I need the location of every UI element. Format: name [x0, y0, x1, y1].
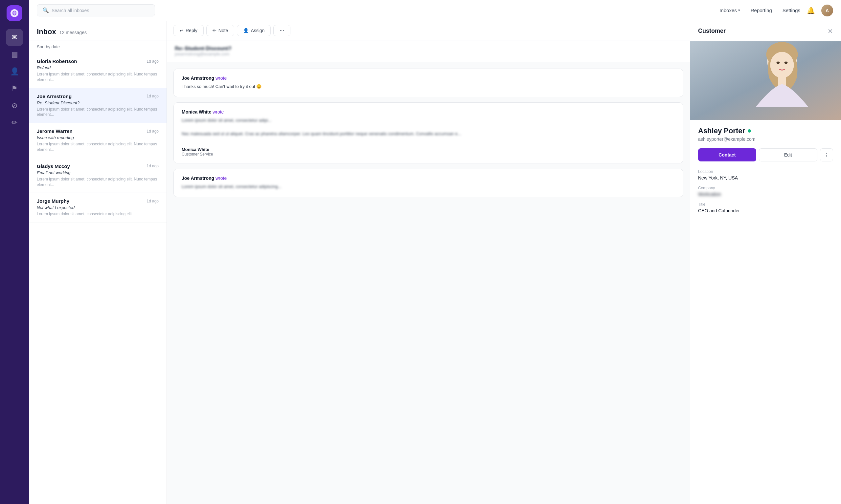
note-icon: ✏ [212, 28, 217, 33]
close-customer-panel-button[interactable]: ✕ [827, 28, 833, 34]
inbox-item-subject: Email not working [37, 170, 159, 175]
conversation-panel: ↩ Reply ✏ Note 👤 Assign ⋯ Re: Student Di… [167, 21, 690, 504]
inbox-item-time: 1d ago [147, 129, 159, 133]
notifications-icon[interactable]: 🔔 [806, 5, 816, 16]
location-label: Location [698, 169, 833, 174]
customer-panel-header: Customer ✕ [690, 21, 841, 41]
message-action: wrote [216, 176, 227, 181]
content-area: Inbox 12 messages Sort by date Gloria Ro… [29, 21, 841, 504]
sidebar-item-inbox[interactable]: ✉ [6, 29, 23, 46]
message-action: wrote [216, 75, 227, 81]
inbox-item-name: Jerome Warren [37, 128, 73, 134]
sidebar-nav: ✉▤👤⚑⊘✏ [6, 29, 23, 131]
customer-name-row: Ashley Porter [698, 127, 833, 135]
topnav-inboxes[interactable]: Inboxes ▾ [719, 7, 740, 13]
sidebar-item-contacts[interactable]: 👤 [6, 63, 23, 80]
inbox-item-time: 1d ago [147, 164, 159, 168]
chevron-down-icon: ▾ [738, 8, 740, 13]
svg-point-6 [777, 62, 780, 64]
signature-name: Monica White [182, 147, 675, 152]
customer-info: Ashley Porter ashleyporter@example.com C… [690, 120, 841, 225]
customer-photo [690, 41, 841, 120]
topnav-reporting[interactable]: Reporting [751, 7, 772, 13]
inbox-item-preview: Lorem ipsum dolor sit amet, consectetur … [37, 72, 159, 83]
inbox-list-item[interactable]: Jerome Warren 1d ago Issue with reportin… [29, 123, 167, 158]
inbox-item-preview: Lorem ipsum dolor sit amet, consectetur … [37, 107, 159, 118]
title-value: CEO and Cofounder [698, 208, 833, 213]
inbox-list-item[interactable]: Jorge Murphy 1d ago Not what I expected … [29, 193, 167, 222]
inbox-item-time: 1d ago [147, 199, 159, 203]
message-body: Lorem ipsum dolor sit amet, consectetur … [182, 117, 675, 138]
svg-point-7 [785, 62, 788, 64]
conversation-toolbar: ↩ Reply ✏ Note 👤 Assign ⋯ [167, 21, 690, 40]
inbox-item-name: Jorge Murphy [37, 198, 69, 204]
message-author: Joe Armstrong wrote [182, 176, 675, 181]
sidebar-item-flags[interactable]: ⚑ [6, 80, 23, 97]
customer-panel-title: Customer [698, 28, 726, 34]
app-logo[interactable] [6, 5, 22, 21]
assign-button[interactable]: 👤 Assign [237, 25, 271, 36]
inbox-item-name: Joe Armstrong [37, 93, 72, 99]
inbox-list-item[interactable]: Gladys Mccoy 1d ago Email not working Lo… [29, 158, 167, 193]
message-signature: Monica White Customer Service [182, 143, 675, 157]
sidebar-item-banned[interactable]: ⊘ [6, 97, 23, 114]
message-body: Thanks so much! Can't wait to try it out… [182, 83, 675, 90]
reply-button[interactable]: ↩ Reply [173, 25, 204, 36]
title-label: Title [698, 202, 833, 207]
inbox-item-subject: Issue with reporting [37, 135, 159, 140]
search-bar[interactable]: 🔍 Search all inboxes [37, 4, 155, 16]
inbox-item-preview: Lorem ipsum dolor sit amet, consectetur … [37, 177, 159, 188]
search-placeholder: Search all inboxes [52, 8, 89, 13]
ellipsis-icon: ⋮ [824, 152, 829, 158]
message-card: Joe Armstrong wrote Lorem ipsum dolor si… [173, 169, 683, 197]
customer-email: ashleyporter@example.com [698, 137, 833, 142]
customer-title-row: Title CEO and Cofounder [698, 202, 833, 213]
inbox-message-count: 12 messages [59, 30, 87, 35]
message-card: Joe Armstrong wrote Thanks so much! Can'… [173, 69, 683, 97]
customer-name: Ashley Porter [698, 127, 745, 135]
message-action: wrote [212, 109, 224, 114]
company-value: Workcation [698, 192, 833, 197]
topnav-settings[interactable]: Settings [783, 7, 800, 13]
inbox-item-time: 1d ago [147, 59, 159, 64]
contact-button[interactable]: Contact [698, 148, 756, 161]
email-subject: Re: Student Discount? [175, 46, 682, 52]
more-icon: ⋯ [279, 28, 284, 33]
more-actions-button[interactable]: ⋮ [820, 148, 833, 161]
inbox-item-preview: Lorem ipsum dolor sit amet, consectetur … [37, 141, 159, 152]
more-options-button[interactable]: ⋯ [273, 25, 290, 36]
main-content: 🔍 Search all inboxes Inboxes ▾ Reporting… [29, 0, 841, 504]
topnav-links: Inboxes ▾ Reporting Settings [719, 7, 800, 13]
svg-point-5 [770, 52, 794, 78]
inbox-item-subject: Not what I expected [37, 205, 159, 210]
message-body: Lorem ipsum dolor sit amet, consectetur … [182, 183, 675, 190]
inbox-item-preview: Lorem ipsum dolor sit amet, consectetur … [37, 211, 159, 217]
customer-actions: Contact Edit ⋮ [698, 148, 833, 161]
inbox-list-item[interactable]: Joe Armstrong 1d ago Re: Student Discoun… [29, 88, 167, 123]
inbox-item-subject: Refund [37, 65, 159, 70]
svg-rect-1 [690, 41, 841, 120]
inbox-item-subject: Re: Student Discount? [37, 101, 159, 105]
inbox-header: Inbox 12 messages [29, 21, 167, 40]
edit-button[interactable]: Edit [759, 148, 818, 161]
search-icon: 🔍 [42, 7, 49, 14]
signature-role: Customer Service [182, 152, 675, 157]
inbox-sort[interactable]: Sort by date [29, 40, 167, 53]
conversation-messages: Joe Armstrong wrote Thanks so much! Can'… [167, 62, 690, 504]
message-author: Monica White wrote [182, 109, 675, 114]
message-author: Joe Armstrong wrote [182, 75, 675, 81]
inbox-list: Gloria Robertson 1d ago Refund Lorem ips… [29, 53, 167, 504]
sidebar-item-archive[interactable]: ▤ [6, 46, 23, 63]
email-header: Re: Student Discount? joearmstrong@examp… [167, 40, 690, 62]
inbox-title: Inbox [37, 28, 56, 36]
message-card: Monica White wrote Lorem ipsum dolor sit… [173, 102, 683, 163]
assign-icon: 👤 [243, 28, 249, 33]
user-avatar[interactable]: A [821, 5, 833, 16]
customer-location-row: Location New York, NY, USA [698, 169, 833, 180]
company-label: Company [698, 186, 833, 190]
customer-panel: Customer ✕ [690, 21, 841, 504]
top-navigation: 🔍 Search all inboxes Inboxes ▾ Reporting… [29, 0, 841, 21]
note-button[interactable]: ✏ Note [206, 25, 235, 36]
sidebar-item-edit[interactable]: ✏ [6, 114, 23, 131]
inbox-list-item[interactable]: Gloria Robertson 1d ago Refund Lorem ips… [29, 53, 167, 88]
